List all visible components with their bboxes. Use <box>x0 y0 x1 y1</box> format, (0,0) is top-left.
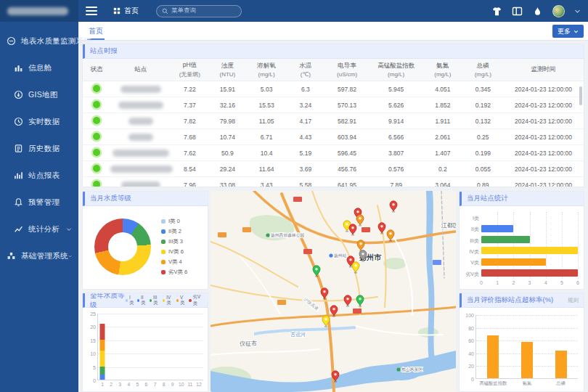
y-tick-label: 0 <box>471 377 474 382</box>
table-cell: 0.199 <box>463 145 503 161</box>
legend-item[interactable]: IV类 6 <box>161 248 187 256</box>
panel-header: 当月水质等级 <box>83 192 208 206</box>
clock-icon <box>14 117 23 126</box>
gis-map[interactable]: 江都区仪征市古运河扬州西郊森林公园扬州站焦山风景区沪陕高速 扬州市 <box>211 191 456 392</box>
map-label: 江都区 <box>441 222 456 229</box>
sidebar-item-统计分析[interactable]: 统计分析 <box>0 216 78 242</box>
sidebar-item-GIS地图[interactable]: GIS地图 <box>0 81 78 108</box>
legend-item[interactable]: III类 <box>150 295 160 306</box>
panel-title: 当月评价指标站点超标率(%) <box>467 295 553 305</box>
breadcrumb[interactable]: 首页 <box>113 6 139 16</box>
table-cell: 456.76 <box>324 161 369 177</box>
theme-icon[interactable] <box>491 6 502 17</box>
hbar-chart: I类 II类 III类 IV类 V类 劣V类 <box>481 212 578 279</box>
hbar-x-axis: 0123456 <box>481 280 578 287</box>
stack-segment[interactable] <box>100 367 105 375</box>
sidebar-item-信息舱[interactable]: 信息舱 <box>0 54 78 81</box>
map-label: 扬州西郊森林公园 <box>271 233 304 238</box>
table-cell: 0.345 <box>463 81 503 97</box>
avatar[interactable] <box>552 5 565 17</box>
hbar-bar[interactable] <box>481 269 578 277</box>
map-label: 焦山风景区 <box>401 367 422 372</box>
x-tick-label: 11 <box>187 382 192 387</box>
sidebar-item-站点报表[interactable]: 站点报表 <box>0 162 78 189</box>
stack-segment[interactable] <box>100 324 105 340</box>
stack-segment[interactable] <box>100 340 105 351</box>
sidebar-item-实时数据[interactable]: 实时数据 <box>0 108 78 135</box>
donut-ring[interactable] <box>94 219 151 275</box>
sidebar-menu: 地表水质量监测系统信息舱GIS地图实时数据历史数据站点报表预警管理统计分析基础管… <box>0 22 78 269</box>
table-cell: 6.71 <box>246 129 286 145</box>
column-header: 状态 <box>83 59 110 81</box>
rules-link[interactable]: 规则 <box>568 297 579 304</box>
x-tick-label: 12 <box>196 382 201 387</box>
chevron-down-icon[interactable] <box>574 8 581 15</box>
table-cell: 32.16 <box>208 97 246 113</box>
hbar-x-tick: 5 <box>560 280 563 285</box>
chevron-down-icon <box>66 226 72 232</box>
status-dot <box>93 133 100 140</box>
sidebar-section-1[interactable]: 基础管理系统 <box>0 242 78 269</box>
station-name-blurred <box>121 86 161 93</box>
map-icon <box>14 90 23 99</box>
table-cell-time: 2024-01-23 12:00:00 <box>503 161 584 177</box>
sidebar-item-预警管理[interactable]: 预警管理 <box>0 189 78 216</box>
table-cell: 5.03 <box>246 81 286 97</box>
legend-item[interactable]: V类 4 <box>161 258 187 266</box>
hbar-bar[interactable] <box>481 247 578 254</box>
table-scrollbar[interactable] <box>579 86 582 105</box>
y-tick-label: 40 <box>468 351 474 356</box>
more-button[interactable]: 更多 <box>552 25 584 38</box>
chart-legend: I类 0II类 2III类 3IV类 6V类 4劣V类 6 <box>161 215 187 279</box>
table-cell: 582.91 <box>324 113 369 129</box>
system-icon <box>7 36 16 46</box>
sidebar-section-label: 基础管理系统 <box>21 251 68 261</box>
flame-icon[interactable] <box>532 6 543 17</box>
chevron-down-icon <box>573 29 579 34</box>
status-dot <box>93 165 100 172</box>
bar[interactable] <box>555 351 567 378</box>
x-tick-label: 8 <box>163 382 166 387</box>
table-cell: 5.945 <box>369 81 422 97</box>
search-input[interactable]: 菜单查询 <box>156 5 242 17</box>
hbar-bar[interactable] <box>481 236 530 243</box>
legend-item[interactable]: II类 <box>137 295 147 306</box>
stack-segment[interactable] <box>100 375 105 380</box>
legend-item[interactable]: II类 2 <box>161 228 187 235</box>
sidebar-section-0[interactable]: 地表水质量监测系统 <box>0 28 78 54</box>
table-cell: 4.051 <box>422 81 462 97</box>
map-canvas[interactable]: 江都区仪征市古运河扬州西郊森林公园扬州站焦山风景区沪陕高速 扬州市 <box>211 191 456 392</box>
layout-icon[interactable] <box>512 6 523 17</box>
hbar-bar[interactable] <box>481 258 546 266</box>
legend-item[interactable]: III类 3 <box>161 238 187 245</box>
table-cell: 7.62 <box>171 145 208 161</box>
panel-title: 当月站点统计 <box>467 194 508 203</box>
sidebar-item-历史数据[interactable]: 历史数据 <box>0 135 78 162</box>
column-header: 监测时间 <box>503 59 584 81</box>
bar[interactable] <box>521 342 533 378</box>
legend-item[interactable]: 劣V类 6 <box>161 269 187 276</box>
table-cell: 1.911 <box>422 113 462 129</box>
base-icon <box>7 251 16 261</box>
map-label: 仪征市 <box>240 340 257 347</box>
hbar-x-tick: 3 <box>528 280 531 285</box>
table-cell: 5.626 <box>369 97 422 113</box>
x-tick-label: 2 <box>110 382 113 387</box>
legend-item[interactable]: V类 <box>176 295 186 306</box>
x-tick-label: 4 <box>127 382 130 387</box>
topbar-actions <box>491 5 588 17</box>
table-cell: 3.43 <box>246 177 286 188</box>
legend-item[interactable]: 劣V类 <box>189 294 203 307</box>
table-cell: 10.74 <box>208 129 246 145</box>
hamburger-menu-icon[interactable] <box>86 4 97 17</box>
station-name-blurred <box>128 118 153 125</box>
grid-icon <box>113 7 121 15</box>
hbar-bar[interactable] <box>481 225 513 232</box>
table-cell: 5.19 <box>287 145 324 161</box>
stack-segment[interactable] <box>100 351 105 367</box>
legend-item[interactable]: I类 <box>126 295 134 306</box>
bar[interactable] <box>487 335 499 378</box>
legend-item[interactable]: IV类 <box>163 295 173 306</box>
legend-item[interactable]: I类 0 <box>161 218 187 225</box>
panel-title: 当月水质等级 <box>90 194 131 203</box>
